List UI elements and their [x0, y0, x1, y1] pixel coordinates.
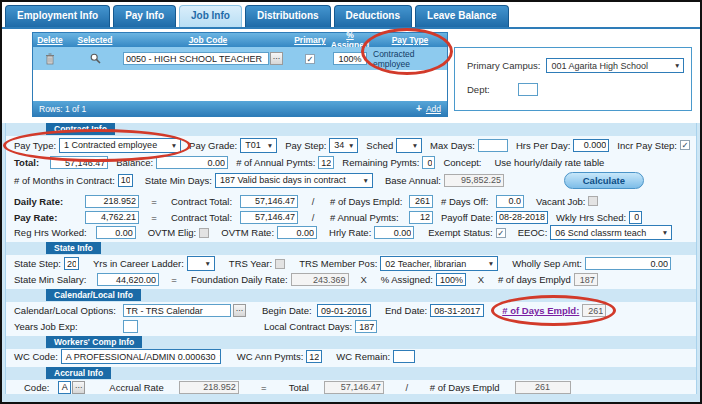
job-code-lookup-button[interactable]: ... — [270, 52, 283, 65]
reg-hrs-input[interactable] — [96, 226, 136, 239]
column-header-pay-type[interactable]: Pay Type — [373, 35, 447, 45]
state-step-input[interactable] — [64, 257, 79, 270]
daily-rate-input[interactable] — [85, 195, 139, 208]
accrual-code-lookup-button[interactable]: ... — [72, 381, 85, 394]
local-contract-days-input[interactable] — [355, 320, 377, 333]
add-row-button[interactable]: + Add — [416, 103, 441, 114]
top-area: Delete Selected Job Code Primary % Assig… — [2, 27, 700, 123]
years-job-exp-label: Years Job Exp: — [14, 321, 120, 332]
pay-grade-select[interactable]: T01 ▼ — [240, 138, 277, 153]
base-annual-input[interactable] — [444, 174, 504, 187]
tab-deductions[interactable]: Deductions — [334, 5, 412, 27]
trs-member-label: TRS Member Pos: — [299, 258, 377, 269]
days-emplyd-input[interactable] — [574, 273, 598, 286]
chevron-down-icon: ▼ — [674, 62, 680, 69]
balance-input[interactable] — [156, 156, 228, 169]
max-days-input[interactable] — [478, 139, 508, 152]
pct-assigned-input[interactable] — [333, 52, 367, 65]
accrual-rate-input[interactable] — [179, 381, 239, 394]
detail-sections: Contract Info Pay Type: 1 Contracted emp… — [2, 123, 700, 402]
calculate-button[interactable]: Calculate — [564, 172, 644, 189]
vacant-job-checkbox[interactable] — [588, 196, 598, 206]
wc-code-select[interactable]: A PROFESSIONAL/ADMIN 0.000630 ▼ — [61, 349, 221, 364]
delete-cell — [33, 53, 67, 65]
days-empld-link[interactable]: # of Days Empld: — [502, 305, 579, 316]
tab-pay-info[interactable]: Pay Info — [113, 5, 176, 27]
accrual-total-input[interactable] — [324, 381, 384, 394]
column-header-delete[interactable]: Delete — [33, 35, 67, 45]
wc-remain-input[interactable] — [393, 350, 415, 363]
column-header-job-code[interactable]: Job Code — [123, 35, 293, 45]
calendar-options-input[interactable] — [123, 304, 231, 317]
wkly-hrs-label: Wkly Hrs Sched: — [556, 212, 626, 223]
annual-pymts2-input[interactable] — [409, 211, 433, 224]
pay-step-label: Pay Step: — [285, 140, 326, 151]
foundation-rate-input[interactable] — [291, 273, 349, 286]
begin-date-input[interactable] — [317, 304, 371, 317]
tab-distributions[interactable]: Distributions — [245, 5, 331, 27]
eeoc-select[interactable]: 06 Scnd classrm teach ▼ — [550, 225, 672, 240]
years-job-exp-input[interactable] — [123, 320, 138, 333]
end-date-input[interactable] — [430, 304, 484, 317]
accrual-code-input[interactable] — [58, 381, 71, 394]
tab-employment-info[interactable]: Employment Info — [5, 5, 110, 27]
sched-label: Sched — [366, 140, 393, 151]
ovtm-rate-input[interactable] — [277, 226, 317, 239]
job-code-input[interactable] — [123, 52, 269, 65]
contract-total-input[interactable] — [240, 195, 298, 208]
pay-type-select[interactable]: 1 Contracted employee ▼ — [59, 138, 181, 153]
search-icon[interactable] — [90, 53, 101, 64]
hrly-rate-label: Hrly Rate: — [329, 227, 371, 238]
career-ladder-select[interactable]: ▼ — [187, 256, 215, 271]
hrly-rate-input[interactable] — [374, 226, 414, 239]
pay-step-select[interactable]: 34 ▼ — [329, 138, 358, 153]
wc-ann-pymts-input[interactable] — [306, 350, 322, 363]
pay-rate-input[interactable] — [85, 211, 139, 224]
days-emplyd-label: # of days Emplyd — [498, 274, 571, 285]
ovtm-rate-label: OVTM Rate: — [221, 227, 274, 238]
grid-empty-area — [33, 70, 447, 101]
remaining-pymts-label: Remaining Pymts: — [342, 157, 419, 168]
state-min-salary-input[interactable] — [97, 273, 159, 286]
state-min-days-select[interactable]: 187 Valid basic days in contract ▼ — [215, 173, 373, 188]
section-title-contract-info: Contract Info — [46, 123, 115, 135]
accrual-days-input[interactable] — [515, 381, 571, 394]
calendar-options-lookup-button[interactable]: ... — [233, 304, 246, 317]
state-pct-assigned-input[interactable] — [436, 273, 466, 286]
max-days-label: Max Days: — [430, 140, 475, 151]
contract-total-input-2[interactable] — [240, 211, 298, 224]
days-off-input[interactable] — [496, 195, 524, 208]
wholly-sep-input[interactable] — [585, 257, 671, 270]
ovtm-elig-checkbox[interactable] — [199, 228, 209, 238]
calendar-days-empld-input[interactable] — [582, 304, 606, 317]
primary-campus-select[interactable]: 001 Agarita High School ▼ — [546, 58, 684, 73]
accrual-rate-label: Accrual Rate — [109, 382, 163, 393]
months-in-contract-input[interactable] — [118, 174, 133, 187]
check-icon: ✓ — [306, 54, 313, 64]
exempt-status-checkbox[interactable]: ✓ — [496, 228, 506, 238]
days-empld-input[interactable] — [409, 195, 433, 208]
selected-cell — [67, 53, 123, 64]
payoff-date-input[interactable] — [496, 211, 548, 224]
primary-checkbox[interactable]: ✓ — [305, 54, 315, 64]
trs-member-select[interactable]: 02 Teacher, librarian ▼ — [380, 256, 498, 271]
dept-input[interactable] — [518, 83, 538, 96]
hrs-per-day-input[interactable] — [573, 139, 609, 152]
job-grid-header: Delete Selected Job Code Primary % Assig… — [33, 33, 447, 47]
vacant-job-label: Vacant Job: — [536, 196, 585, 207]
sched-select[interactable]: ▼ — [396, 138, 422, 153]
trash-icon[interactable] — [45, 53, 55, 65]
remaining-pymts-input[interactable] — [422, 156, 435, 169]
tab-job-info[interactable]: Job Info — [179, 5, 242, 27]
total-input[interactable] — [50, 156, 108, 169]
slash-sign: / — [400, 382, 414, 393]
trs-year-label: TRS Year: — [229, 258, 272, 269]
column-header-primary[interactable]: Primary — [293, 35, 327, 45]
annual-pymts-input[interactable] — [318, 156, 334, 169]
chevron-down-icon: ▼ — [267, 142, 273, 149]
incr-pay-step-checkbox[interactable]: ✓ — [680, 140, 690, 150]
trs-year-checkbox[interactable] — [275, 259, 285, 269]
wkly-hrs-input[interactable] — [629, 211, 642, 224]
column-header-selected[interactable]: Selected — [67, 35, 123, 45]
tab-leave-balance[interactable]: Leave Balance — [415, 5, 509, 27]
